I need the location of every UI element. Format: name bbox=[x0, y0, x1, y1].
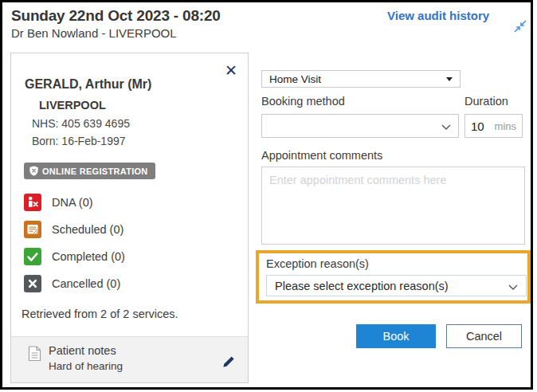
booking-dialog: Sunday 22nd Oct 2023 - 08:20 Dr Ben Nowl… bbox=[0, 0, 533, 390]
patient-summary-card: ✕ GERALD, Arthur (Mr) LIVERPOOL NHS: 405… bbox=[10, 53, 249, 383]
cancelled-count-label: Cancelled (0) bbox=[52, 277, 120, 290]
slot-type-select[interactable]: Home Visit bbox=[261, 70, 461, 88]
patient-notes-text: Hard of hearing bbox=[49, 360, 123, 372]
online-registration-badge: ONLINE REGISTRATION bbox=[24, 163, 155, 179]
badge-label: ONLINE REGISTRATION bbox=[42, 167, 148, 176]
duration-input[interactable] bbox=[471, 120, 492, 133]
clinician-session-subtitle: Dr Ben Nowland - LIVERPOOL bbox=[11, 26, 177, 40]
book-button[interactable]: Book bbox=[356, 324, 436, 348]
appointment-comments-label: Appointment comments bbox=[261, 149, 382, 162]
shield-icon bbox=[29, 166, 38, 176]
dna-count-label: DNA (0) bbox=[52, 196, 93, 209]
booking-method-label: Booking method bbox=[261, 95, 345, 108]
scheduled-count-label: Scheduled (0) bbox=[52, 223, 123, 236]
scheduled-stat-row: Scheduled (0) bbox=[24, 221, 123, 238]
services-retrieved-status: Retrieved from 2 of 2 services. bbox=[22, 308, 178, 320]
dna-icon bbox=[24, 194, 41, 211]
completed-count-label: Completed (0) bbox=[52, 250, 125, 263]
close-icon[interactable]: ✕ bbox=[225, 63, 237, 78]
scheduled-icon bbox=[24, 221, 41, 238]
cancel-button[interactable]: Cancel bbox=[446, 324, 522, 348]
patient-dob: Born: 16-Feb-1997 bbox=[32, 135, 126, 147]
duration-label: Duration bbox=[464, 95, 508, 108]
duration-field: mins bbox=[464, 114, 523, 138]
exception-reason-value: Please select exception reason(s) bbox=[275, 280, 449, 292]
cancelled-stat-row: Cancelled (0) bbox=[24, 275, 120, 292]
dna-stat-row: DNA (0) bbox=[24, 194, 93, 211]
completed-stat-row: Completed (0) bbox=[24, 248, 125, 265]
exception-reason-select[interactable]: Please select exception reason(s) bbox=[266, 275, 527, 296]
duration-unit-label: mins bbox=[495, 120, 516, 132]
caret-down-icon bbox=[446, 77, 453, 81]
appointment-datetime-title: Sunday 22nd Oct 2023 - 08:20 bbox=[11, 7, 221, 25]
booking-method-select[interactable] bbox=[261, 114, 459, 138]
cancelled-icon bbox=[24, 275, 41, 292]
patient-notes-section: Patient notes Hard of hearing bbox=[11, 336, 248, 382]
patient-name: GERALD, Arthur (Mr) bbox=[25, 77, 151, 92]
slot-type-value: Home Visit bbox=[269, 73, 321, 85]
patient-notes-title: Patient notes bbox=[49, 344, 116, 357]
document-icon bbox=[28, 346, 41, 365]
completed-icon bbox=[24, 248, 41, 265]
exception-reason-label: Exception reason(s) bbox=[266, 257, 369, 270]
view-audit-history-link[interactable]: View audit history bbox=[387, 9, 489, 22]
exception-reason-highlight-box: Exception reason(s) Please select except… bbox=[256, 250, 531, 304]
collapse-dialog-icon[interactable] bbox=[512, 18, 528, 34]
patient-location: LIVERPOOL bbox=[39, 99, 106, 112]
appointment-comments-textarea[interactable] bbox=[261, 167, 525, 245]
edit-notes-pencil-icon[interactable] bbox=[221, 355, 236, 372]
chevron-down-icon bbox=[441, 120, 451, 132]
chevron-down-icon bbox=[508, 280, 518, 292]
patient-nhs-number: NHS: 405 639 4695 bbox=[32, 117, 130, 130]
